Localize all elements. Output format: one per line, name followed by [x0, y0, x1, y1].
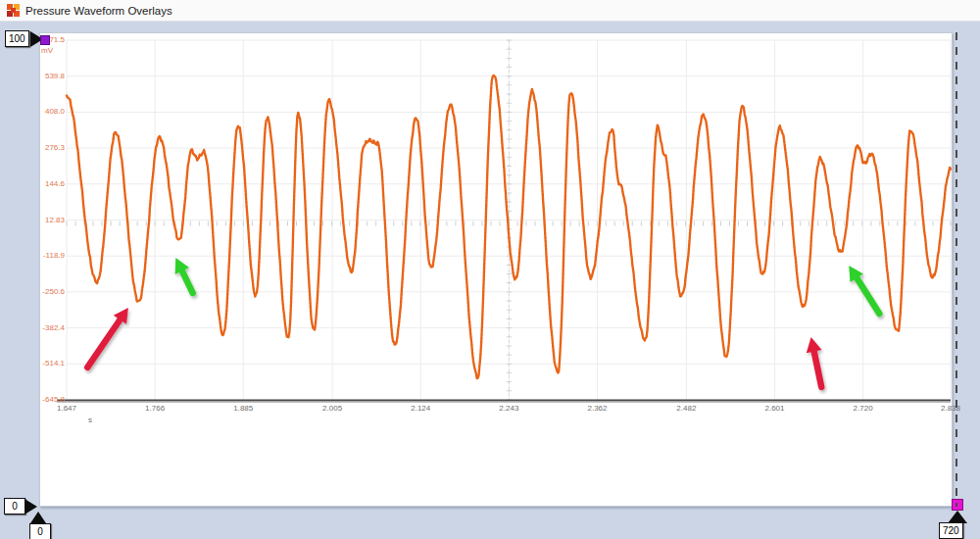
x-range-max-box[interactable]: 720 — [939, 522, 963, 539]
red-arrow-left — [87, 308, 128, 368]
app-window: { "window": { "title": "Pressure Wavefor… — [0, 0, 980, 539]
green-arrow-right — [849, 266, 879, 314]
y-range-max-box[interactable]: 100 — [5, 30, 29, 47]
green-arrow-left — [175, 258, 193, 293]
x-range-min-box[interactable]: 0 — [29, 523, 51, 539]
x-range-min-pointer-icon[interactable] — [30, 512, 46, 523]
window-title: Pressure Waveform Overlays — [25, 5, 172, 17]
red-arrow-right — [807, 337, 822, 387]
right-cursor-line[interactable] — [956, 32, 957, 507]
y-axis-max-handle[interactable] — [40, 35, 50, 45]
app-icon — [7, 4, 20, 17]
waveform-chart[interactable] — [39, 32, 953, 507]
x-axis-max-handle[interactable] — [952, 499, 963, 511]
title-bar: Pressure Waveform Overlays — [0, 0, 980, 22]
y-range-min-box[interactable]: 0 — [4, 498, 25, 514]
x-axis-line — [57, 401, 951, 403]
